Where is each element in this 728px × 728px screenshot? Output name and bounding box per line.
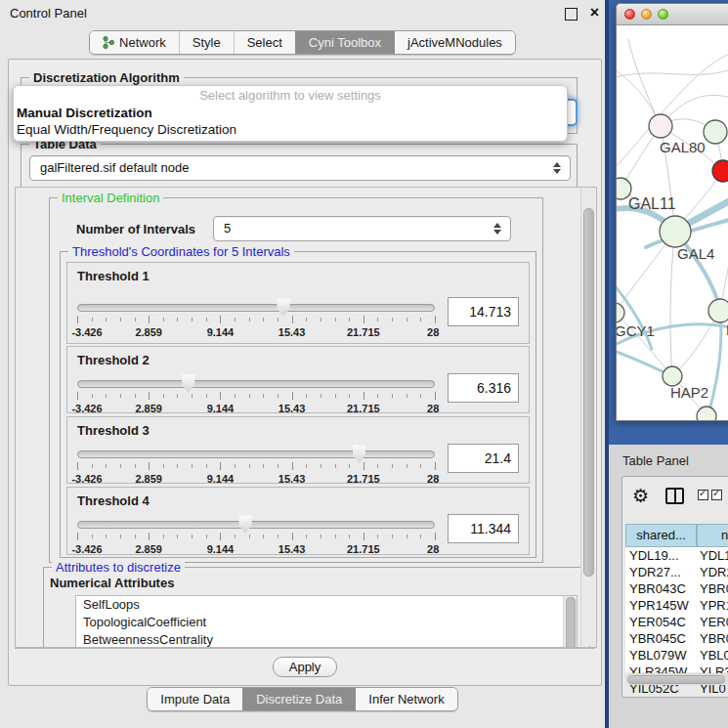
threshold-2-value-field[interactable]: 6.316 xyxy=(448,373,519,403)
table-row[interactable]: YBR045CYBR0 xyxy=(625,630,728,647)
table-data-combobox[interactable]: galFiltered.sif default node xyxy=(29,155,571,181)
algorithm-dropdown-popup: Select algorithm to view settings Manual… xyxy=(13,85,568,142)
table-row[interactable]: YBL079WYBL0 xyxy=(625,647,728,664)
settings-scroll-viewport: Interval Definition Number of Intervals … xyxy=(15,187,597,648)
top-tab-bar: Network Style Select Cyni Toolbox jActiv… xyxy=(0,30,605,55)
table-panel-inner: ⚙ shared... na YDL19...YDL1 YDR27...YDR2… xyxy=(621,476,728,698)
group-title: Threshold's Coordinates for 5 Intervals xyxy=(68,244,294,259)
node-gcy1[interactable] xyxy=(617,303,624,322)
network-canvas[interactable]: GAL80 GA C GAL11 GAL4 GCY1 H HAP2 xyxy=(617,24,728,420)
slider-ticks xyxy=(77,392,435,401)
scrollbar-thumb[interactable] xyxy=(583,208,594,577)
close-traffic-light-icon[interactable] xyxy=(624,9,635,20)
node-bottom-partial[interactable] xyxy=(697,407,716,420)
tab-cyni-toolbox[interactable]: Cyni Toolbox xyxy=(295,31,394,54)
threshold-4-slider[interactable]: -3.4262.8599.14415.4321.71528 xyxy=(77,508,435,556)
column-header-name[interactable]: na xyxy=(697,524,728,547)
table-panel-title: Table Panel xyxy=(622,453,689,468)
scrollbar-thumb[interactable] xyxy=(627,675,725,684)
slider-thumb[interactable] xyxy=(352,445,366,463)
control-panel-titlebar: Control Panel × xyxy=(0,0,605,26)
node-gal4[interactable] xyxy=(660,216,691,247)
threshold-3-value-field[interactable]: 21.4 xyxy=(448,444,519,473)
minimize-traffic-light-icon[interactable] xyxy=(641,9,652,20)
settings-vertical-scrollbar[interactable] xyxy=(580,189,595,646)
threshold-2-slider[interactable]: -3.4262.8599.14415.4321.71528 xyxy=(77,367,435,415)
gear-icon[interactable]: ⚙ xyxy=(632,485,649,506)
network-branch-icon xyxy=(103,36,114,49)
combobox-value: 5 xyxy=(224,217,231,240)
tab-network[interactable]: Network xyxy=(90,31,179,54)
stepper-icon[interactable] xyxy=(493,223,501,235)
num-intervals-label: Number of Intervals xyxy=(76,222,195,236)
node-h[interactable] xyxy=(708,299,728,322)
stepper-icon[interactable] xyxy=(553,162,561,174)
node-top-right[interactable] xyxy=(704,120,727,144)
slider-tick-labels: -3.4262.8599.14415.4321.71528 xyxy=(77,473,435,486)
threshold-4-value-field[interactable]: 11.344 xyxy=(448,514,519,543)
numerical-attributes-label: Numerical Attributes xyxy=(50,576,174,590)
threshold-label: Threshold 2 xyxy=(77,353,519,367)
tab-jactivemnodules[interactable]: jActiveMNodules xyxy=(394,31,515,54)
dropdown-option-manual-discretization[interactable]: Manual Discretization xyxy=(14,105,567,121)
interval-definition-group: Interval Definition Number of Intervals … xyxy=(49,197,543,563)
table-horizontal-scrollbar[interactable] xyxy=(625,673,728,685)
num-intervals-combobox[interactable]: 5 xyxy=(213,216,511,241)
node-label: HAP2 xyxy=(670,384,708,401)
slider-ticks xyxy=(77,462,435,471)
threshold-1-box: Threshold 1 -3.4262.8599.14415.4321.7152… xyxy=(66,262,530,344)
tab-select[interactable]: Select xyxy=(234,31,295,54)
slider-track[interactable] xyxy=(77,380,435,388)
slider-ticks xyxy=(77,316,435,324)
attributes-group: Attributes to discretize Numerical Attri… xyxy=(43,567,590,648)
list-item[interactable]: TopologicalCoefficient xyxy=(76,614,577,631)
slider-thumb[interactable] xyxy=(277,298,291,317)
slider-tick-labels: -3.4262.8599.14415.4321.71528 xyxy=(77,543,435,556)
group-title: Attributes to discretize xyxy=(52,560,185,575)
slider-thumb[interactable] xyxy=(238,515,253,534)
slider-track[interactable] xyxy=(77,304,435,312)
float-icon[interactable] xyxy=(565,8,578,21)
dropdown-option-equal-width[interactable]: Equal Width/Frequency Discretization xyxy=(14,121,567,138)
tab-impute-data[interactable]: Impute Data xyxy=(148,688,242,710)
numerical-attributes-list: SelfLoops TopologicalCoefficient Between… xyxy=(75,595,578,648)
table-row[interactable]: YDR27...YDR2 xyxy=(625,564,728,580)
threshold-1-value-field[interactable]: 14.713 xyxy=(448,297,519,326)
attributes-list-scrollbar[interactable] xyxy=(563,596,577,648)
node-label: GAL4 xyxy=(677,245,714,262)
bottom-tab-bar: Impute Data Discretize Data Infer Networ… xyxy=(0,687,605,711)
combobox-value: galFiltered.sif default node xyxy=(40,156,189,180)
table-row[interactable]: YDL19...YDL1 xyxy=(625,547,728,564)
table-row[interactable]: YER054CYER0 xyxy=(625,614,728,630)
slider-thumb[interactable] xyxy=(181,374,195,393)
checkbox-checked-icon[interactable] xyxy=(698,490,708,500)
checkbox-checked-icon[interactable] xyxy=(711,490,722,500)
tab-label: Network xyxy=(119,35,166,50)
tab-discretize-data[interactable]: Discretize Data xyxy=(242,688,355,710)
threshold-1-slider[interactable]: -3.4262.8599.14415.4321.71528 xyxy=(77,291,435,339)
node-gal80[interactable] xyxy=(649,114,672,138)
table-row[interactable]: YBR043CYBR0 xyxy=(625,580,728,597)
zoom-traffic-light-icon[interactable] xyxy=(658,9,668,20)
list-item[interactable]: SelfLoops xyxy=(76,596,577,614)
slider-track[interactable] xyxy=(77,450,435,458)
node-label: GAL80 xyxy=(660,139,706,155)
column-header-shared-name[interactable]: shared... xyxy=(625,524,697,547)
threshold-3-slider[interactable]: -3.4262.8599.14415.4321.71528 xyxy=(77,438,435,486)
group-title: Discretization Algorithm xyxy=(29,70,184,85)
tab-style[interactable]: Style xyxy=(179,31,234,54)
apply-button[interactable]: Apply xyxy=(273,657,338,677)
node-hap2[interactable] xyxy=(663,366,682,386)
tab-infer-network[interactable]: Infer Network xyxy=(355,688,456,710)
close-icon[interactable]: × xyxy=(590,3,599,22)
slider-track[interactable] xyxy=(77,521,435,529)
node-red-selected[interactable] xyxy=(712,160,728,182)
threshold-3-box: Threshold 3 -3.4262.8599.14415.4321.7152… xyxy=(66,416,530,484)
split-columns-icon[interactable] xyxy=(665,488,684,504)
list-item[interactable]: BetweennessCentrality xyxy=(76,631,577,648)
node-label: GAL11 xyxy=(628,195,676,212)
threshold-2-box: Threshold 2 -3.4262.8599.14415.4321.7152… xyxy=(66,346,530,413)
table-row[interactable]: YPR145WYPR1 xyxy=(625,597,728,614)
network-window-titlebar xyxy=(617,4,728,25)
table-data-group: Table Data galFiltered.sif default node xyxy=(21,144,578,191)
